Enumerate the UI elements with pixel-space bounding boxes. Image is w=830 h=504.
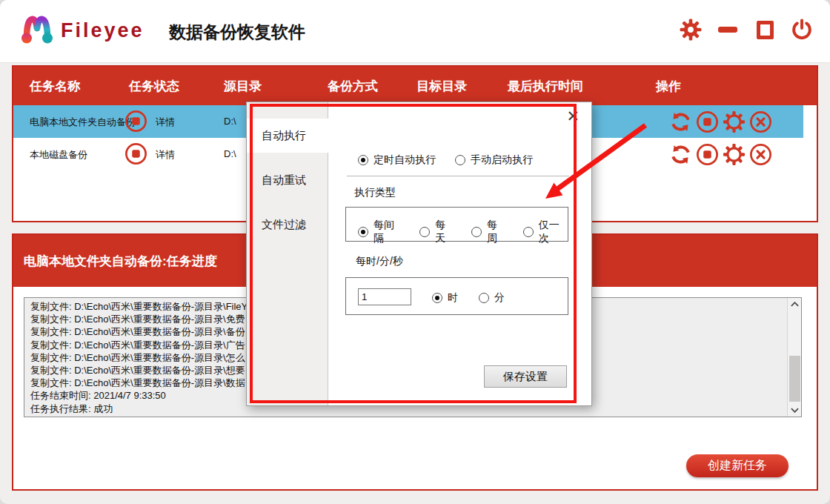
radio-icon: [471, 227, 482, 237]
status-stop-icon: [124, 142, 147, 168]
scroll-up-icon[interactable]: [788, 298, 802, 311]
app-window: Fileyee 数据备份恢复软件: [0, 0, 830, 504]
close-icon[interactable]: ✕: [566, 108, 580, 124]
detail-link[interactable]: 详情: [156, 148, 175, 162]
col-source-dir: 源目录: [224, 78, 262, 95]
status-stop-icon: [124, 110, 147, 136]
task-name: 电脑本地文件夹自动备份: [30, 116, 136, 129]
delete-task-icon[interactable]: [748, 110, 772, 133]
maximize-icon[interactable]: [753, 18, 777, 42]
col-backup-mode: 备份方式: [328, 78, 378, 95]
radio-manual-execute[interactable]: 手动启动执行: [455, 153, 533, 167]
schedule-settings-dialog: 自动执行 自动重试 文件过滤 ✕ 定时自动执行 手动启动执行 执行类型: [246, 102, 592, 406]
log-scrollbar[interactable]: [787, 298, 801, 417]
detail-link[interactable]: 详情: [156, 116, 175, 129]
radio-every-interval[interactable]: 每间隔: [358, 219, 402, 245]
source-dir-value: D:\: [224, 116, 236, 127]
row-actions: [668, 110, 772, 133]
create-task-button[interactable]: 创建新任务: [686, 454, 788, 477]
fileyee-logo-icon: [19, 12, 55, 47]
app-title: 数据备份恢复软件: [169, 21, 305, 44]
col-task-status: 任务状态: [129, 78, 179, 95]
tab-file-filter[interactable]: 文件过滤: [247, 208, 328, 242]
radio-unit-hour[interactable]: 时: [432, 291, 458, 305]
radio-icon: [432, 293, 442, 303]
tab-auto-retry[interactable]: 自动重试: [247, 163, 328, 197]
radio-icon: [455, 155, 465, 165]
run-sync-icon[interactable]: [668, 110, 692, 133]
source-dir-value: D:\: [224, 148, 236, 159]
col-target-dir: 目标目录: [416, 78, 467, 95]
stop-task-icon[interactable]: [695, 142, 719, 166]
task-table-header: 任务名称 任务状态 源目录 备份方式 目标目录 最后执行时间 操作: [13, 67, 817, 105]
radio-every-week[interactable]: 每周: [471, 219, 506, 245]
radio-icon: [523, 227, 534, 237]
save-settings-button[interactable]: 保存设置: [484, 365, 567, 388]
task-settings-gear-icon[interactable]: [722, 142, 746, 166]
scrollbar-thumb[interactable]: [789, 356, 800, 402]
row-actions: [668, 142, 772, 166]
scroll-down-icon[interactable]: [788, 404, 802, 417]
exec-type-label: 执行类型: [354, 186, 396, 199]
radio-unit-minute[interactable]: 分: [479, 291, 505, 305]
col-task-name: 任务名称: [30, 78, 80, 95]
radio-icon: [358, 155, 368, 165]
exec-type-group: 每间隔 每天 每周 仅一次: [345, 207, 568, 242]
execute-mode-radios: 定时自动执行 手动启动执行: [358, 153, 533, 167]
col-actions: 操作: [656, 78, 681, 95]
radio-only-once[interactable]: 仅一次: [523, 219, 568, 245]
radio-timed-auto-execute[interactable]: 定时自动执行: [358, 153, 436, 167]
titlebar: Fileyee 数据备份恢复软件: [0, 0, 830, 63]
radio-icon: [419, 227, 430, 237]
interval-value-input[interactable]: [358, 288, 411, 305]
dialog-tab-rail: 自动执行 自动重试 文件过滤: [247, 102, 328, 405]
delete-task-icon[interactable]: [748, 142, 772, 166]
task-name: 本地磁盘备份: [30, 148, 87, 162]
interval-group: 时 分: [345, 277, 568, 315]
divider: [347, 176, 569, 176]
run-sync-icon[interactable]: [668, 142, 692, 166]
col-last-run: 最后执行时间: [508, 78, 583, 95]
interval-label: 每时/分/秒: [356, 255, 403, 268]
tab-auto-execute[interactable]: 自动执行: [247, 119, 329, 153]
settings-gear-icon[interactable]: [679, 18, 703, 42]
progress-title: 电脑本地文件夹自动备份:任务进度: [24, 253, 217, 270]
task-settings-gear-icon[interactable]: [722, 110, 746, 133]
radio-icon: [358, 227, 368, 237]
brand-name: Fileyee: [61, 19, 145, 42]
minimize-icon[interactable]: [716, 18, 740, 42]
power-close-icon[interactable]: [790, 18, 814, 42]
stop-task-icon[interactable]: [695, 110, 719, 133]
window-controls: [679, 15, 814, 44]
radio-icon: [479, 293, 489, 303]
radio-every-day[interactable]: 每天: [419, 219, 454, 245]
